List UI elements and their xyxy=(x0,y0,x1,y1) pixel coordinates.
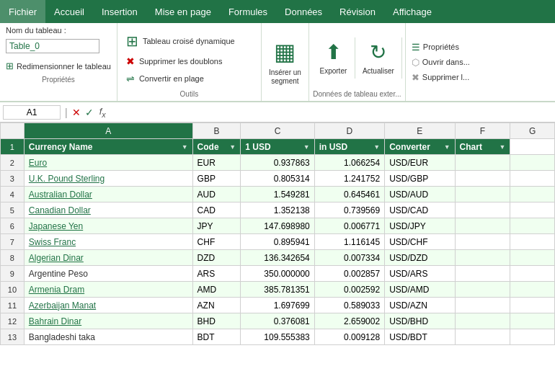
cell-e-10[interactable]: USD/AMD xyxy=(385,282,455,298)
cell-g-9[interactable] xyxy=(510,266,555,282)
cell-a-12[interactable]: Bahrain Dinar xyxy=(24,313,192,329)
cell-a-5[interactable]: Canadian Dollar xyxy=(24,202,192,218)
cell-g-10[interactable] xyxy=(510,282,555,298)
col-c-dropdown-icon[interactable]: ▼ xyxy=(303,143,310,151)
cell-d-5[interactable]: 0.739569 xyxy=(314,202,384,218)
cell-b-11[interactable]: AZN xyxy=(192,298,241,313)
cell-f-12[interactable] xyxy=(455,313,510,329)
cell-e-13[interactable]: USD/BDT xyxy=(385,329,455,345)
cell-g-8[interactable] xyxy=(510,250,555,266)
cell-b-6[interactable]: JPY xyxy=(192,218,241,234)
header-cell-e[interactable]: Converter ▼ xyxy=(385,139,455,155)
cell-c-10[interactable]: 385.781351 xyxy=(241,282,315,298)
supprimer-doublons-button[interactable]: ✖ Supprimer les doublons xyxy=(123,54,255,68)
cell-f-4[interactable] xyxy=(455,187,510,202)
cell-f-7[interactable] xyxy=(455,234,510,250)
col-a-dropdown-icon[interactable]: ▼ xyxy=(182,143,188,151)
cell-e-5[interactable]: USD/CAD xyxy=(385,202,455,218)
cell-g-13[interactable] xyxy=(510,329,555,345)
cell-g-2[interactable] xyxy=(510,155,555,171)
cell-d-11[interactable]: 0.589033 xyxy=(314,298,384,313)
cell-e-3[interactable]: USD/GBP xyxy=(385,171,455,187)
supprimer-button[interactable]: ✖ Supprimer l... xyxy=(412,71,487,84)
cell-a-6[interactable]: Japanese Yen xyxy=(24,218,192,234)
cell-b-10[interactable]: AMD xyxy=(192,282,241,298)
cell-d-13[interactable]: 0.009128 xyxy=(314,329,384,345)
cell-a-11[interactable]: Azerbaijan Manat xyxy=(24,298,192,313)
cell-a-9[interactable]: Argentine Peso xyxy=(24,266,192,282)
cell-c-11[interactable]: 1.697699 xyxy=(241,298,315,313)
menu-accueil[interactable]: Accueil xyxy=(45,0,93,23)
cell-c-12[interactable]: 0.376081 xyxy=(241,313,315,329)
cell-d-6[interactable]: 0.006771 xyxy=(314,218,384,234)
cancel-formula-icon[interactable]: ✕ xyxy=(72,107,81,118)
cell-f-13[interactable] xyxy=(455,329,510,345)
exporter-button[interactable]: ⬆ Exporter xyxy=(312,37,355,79)
header-cell-b[interactable]: Code ▼ xyxy=(192,139,241,155)
cell-d-8[interactable]: 0.007334 xyxy=(314,250,384,266)
cell-e-12[interactable]: USD/BHD xyxy=(385,313,455,329)
col-header-d[interactable]: D xyxy=(314,123,384,139)
cell-d-10[interactable]: 0.002592 xyxy=(314,282,384,298)
cell-e-6[interactable]: USD/JPY xyxy=(385,218,455,234)
cell-g-12[interactable] xyxy=(510,313,555,329)
cell-b-12[interactable]: BHD xyxy=(192,313,241,329)
col-d-dropdown-icon[interactable]: ▼ xyxy=(373,143,380,151)
cell-a-7[interactable]: Swiss Franc xyxy=(24,234,192,250)
cell-d-4[interactable]: 0.645461 xyxy=(314,187,384,202)
cell-f-5[interactable] xyxy=(455,202,510,218)
col-header-a[interactable]: A xyxy=(24,123,192,139)
cell-f-9[interactable] xyxy=(455,266,510,282)
col-b-dropdown-icon[interactable]: ▼ xyxy=(229,143,236,151)
header-cell-d[interactable]: in USD ▼ xyxy=(314,139,384,155)
col-header-e[interactable]: E xyxy=(385,123,455,139)
cell-g-7[interactable] xyxy=(510,234,555,250)
cell-e-2[interactable]: USD/EUR xyxy=(385,155,455,171)
cell-a-10[interactable]: Armenia Dram xyxy=(24,282,192,298)
col-header-f[interactable]: F xyxy=(455,123,510,139)
cell-f-10[interactable] xyxy=(455,282,510,298)
cell-f-8[interactable] xyxy=(455,250,510,266)
cell-e-9[interactable]: USD/ARS xyxy=(385,266,455,282)
col-e-dropdown-icon[interactable]: ▼ xyxy=(444,143,450,151)
menu-insertion[interactable]: Insertion xyxy=(93,0,146,23)
proprietes-button[interactable]: ☰ Propriétés xyxy=(412,40,487,54)
cell-c-7[interactable]: 0.895941 xyxy=(241,234,315,250)
col-f-dropdown-icon[interactable]: ▼ xyxy=(500,143,506,151)
cell-b-7[interactable]: CHF xyxy=(192,234,241,250)
cell-c-5[interactable]: 1.352138 xyxy=(241,202,315,218)
cell-reference-input[interactable] xyxy=(3,105,61,120)
formula-input[interactable] xyxy=(112,106,552,119)
cell-c-13[interactable]: 109.555383 xyxy=(241,329,315,345)
cell-c-9[interactable]: 350.000000 xyxy=(241,266,315,282)
cell-a-3[interactable]: U.K. Pound Sterling xyxy=(24,171,192,187)
cell-b-3[interactable]: GBP xyxy=(192,171,241,187)
convertir-plage-button[interactable]: ⇌ Convertir en plage xyxy=(123,71,255,86)
confirm-formula-icon[interactable]: ✓ xyxy=(85,107,94,118)
cell-g-11[interactable] xyxy=(510,298,555,313)
cell-b-5[interactable]: CAD xyxy=(192,202,241,218)
cell-e-7[interactable]: USD/CHF xyxy=(385,234,455,250)
cell-a-4[interactable]: Australian Dollar xyxy=(24,187,192,202)
col-header-c[interactable]: C xyxy=(241,123,315,139)
menu-revision[interactable]: Révision xyxy=(331,0,384,23)
cell-a-13[interactable]: Bangladeshi taka xyxy=(24,329,192,345)
col-header-b[interactable]: B xyxy=(192,123,241,139)
menu-affichage[interactable]: Affichage xyxy=(384,0,440,23)
cell-c-6[interactable]: 147.698980 xyxy=(241,218,315,234)
cell-d-7[interactable]: 1.116145 xyxy=(314,234,384,250)
cell-b-13[interactable]: BDT xyxy=(192,329,241,345)
cell-c-2[interactable]: 0.937863 xyxy=(241,155,315,171)
resize-table-button[interactable]: ⊞ Redimensionner le tableau xyxy=(6,59,111,73)
cell-d-9[interactable]: 0.002857 xyxy=(314,266,384,282)
cell-b-2[interactable]: EUR xyxy=(192,155,241,171)
cell-c-8[interactable]: 136.342654 xyxy=(241,250,315,266)
cell-g-5[interactable] xyxy=(510,202,555,218)
cell-f-11[interactable] xyxy=(455,298,510,313)
cell-c-4[interactable]: 1.549281 xyxy=(241,187,315,202)
cell-a-2[interactable]: Euro xyxy=(24,155,192,171)
cell-b-4[interactable]: AUD xyxy=(192,187,241,202)
cell-f-2[interactable] xyxy=(455,155,510,171)
tableau-croise-button[interactable]: ⊞ Tableau croisé dynamique xyxy=(123,31,255,51)
inserer-segment-button[interactable]: ▦ Insérer unsegment xyxy=(262,23,309,101)
